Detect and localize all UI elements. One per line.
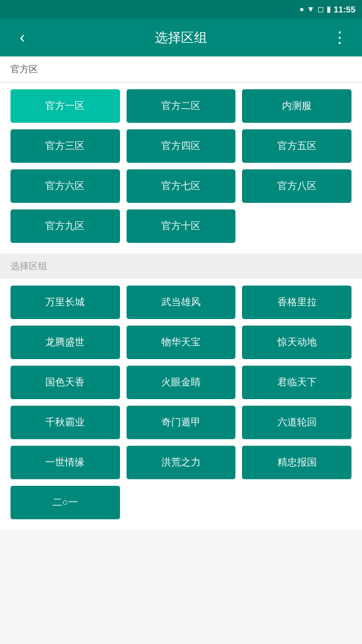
server-button-p9[interactable]: 君临天下	[242, 366, 352, 399]
status-time: 11:55	[334, 5, 355, 14]
server-button-p12[interactable]: 六道轮回	[242, 406, 352, 439]
server-button-p1[interactable]: 万里长城	[10, 286, 120, 319]
server-button-s5[interactable]: 官方四区	[127, 129, 236, 163]
status-bar: ● ▼ ◻ ▮ 11:55	[0, 0, 362, 18]
server-button-p2[interactable]: 武当雄风	[127, 286, 236, 319]
status-icons: ● ▼ ◻ ▮ 11:55	[300, 5, 355, 14]
server-button-s9[interactable]: 官方八区	[242, 169, 352, 203]
server-button-s8[interactable]: 官方七区	[127, 169, 236, 203]
server-button-p3[interactable]: 香格里拉	[242, 286, 352, 319]
server-button-s7[interactable]: 官方六区	[10, 169, 120, 203]
official-section-header: 官方区	[0, 56, 362, 83]
location-icon: ●	[300, 5, 304, 14]
battery-icon: ▮	[327, 5, 331, 14]
server-button-s4[interactable]: 官方三区	[10, 129, 120, 163]
server-button-s6[interactable]: 官方五区	[242, 129, 352, 163]
server-button-p13[interactable]: 一世情缘	[10, 446, 120, 479]
server-button-p11[interactable]: 奇门遁甲	[127, 406, 236, 439]
official-servers-grid-inner: 官方一区 官方二区 内测服 官方三区 官方四区 官方五区 官方六区 官方七区 官…	[10, 89, 352, 243]
server-button-p4[interactable]: 龙腾盛世	[10, 326, 120, 359]
server-button-s1[interactable]: 官方一区	[10, 89, 120, 123]
server-button-p15[interactable]: 精忠报国	[242, 446, 352, 479]
server-button-p6[interactable]: 惊天动地	[242, 326, 352, 359]
more-menu-button[interactable]: ⋮	[328, 28, 352, 47]
server-button-p10[interactable]: 千秋霸业	[10, 406, 120, 439]
server-button-p16[interactable]: 二○一	[10, 486, 120, 519]
private-servers-grid: 万里长城 武当雄风 香格里拉 龙腾盛世 物华天宝 惊天动地 国色天香 火眼金睛 …	[0, 279, 362, 530]
page-title: 选择区组	[34, 29, 328, 47]
divider-section: 选择区组	[0, 253, 362, 279]
server-button-p8[interactable]: 火眼金睛	[127, 366, 236, 399]
server-button-p7[interactable]: 国色天香	[10, 366, 120, 399]
signal-icon: ◻	[317, 5, 324, 14]
server-button-s2[interactable]: 官方二区	[127, 89, 236, 123]
divider-label: 选择区组	[10, 261, 47, 271]
official-section-label: 官方区	[10, 64, 38, 74]
server-button-s11[interactable]: 官方十区	[127, 209, 236, 243]
server-button-s10[interactable]: 官方九区	[10, 209, 120, 243]
app-bar: ‹ 选择区组 ⋮	[0, 18, 362, 56]
server-button-p5[interactable]: 物华天宝	[127, 326, 236, 359]
server-button-s3[interactable]: 内测服	[242, 89, 352, 123]
back-button[interactable]: ‹	[10, 28, 34, 47]
server-button-p14[interactable]: 洪荒之力	[127, 446, 236, 479]
wifi-icon: ▼	[307, 5, 315, 14]
private-servers-grid-inner: 万里长城 武当雄风 香格里拉 龙腾盛世 物华天宝 惊天动地 国色天香 火眼金睛 …	[10, 286, 352, 519]
official-servers-grid: 官方一区 官方二区 内测服 官方三区 官方四区 官方五区 官方六区 官方七区 官…	[0, 83, 362, 253]
